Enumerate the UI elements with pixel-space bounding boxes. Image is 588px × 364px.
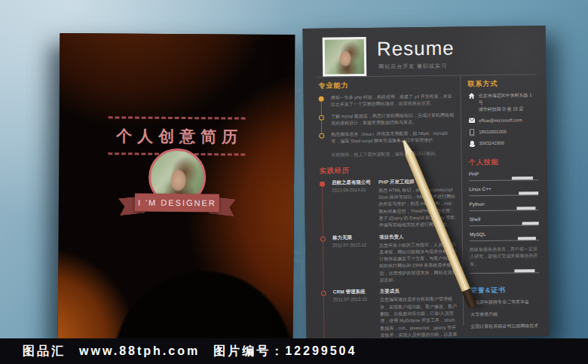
skill-name: MySQL (470, 231, 539, 237)
company-name: 启航之星有限公司 (332, 179, 378, 187)
skill-bar (469, 177, 538, 181)
skill-bar-segment (519, 191, 538, 194)
email-value: office@microsoft.com (479, 117, 522, 124)
skill-name: Shell (470, 216, 539, 222)
contact-address: 北京市海淀区中关村东路 1 号 清华科技园 D 座 15 层 (468, 92, 537, 113)
section-heading-contact: 联系方式 (467, 78, 537, 89)
footer-url[interactable]: www.88tph.com (79, 344, 200, 358)
work-period: 2013.09-2014.01 (332, 188, 378, 193)
company-name: 栋力无限 (332, 234, 379, 241)
footer-bar: 图品汇 www.88tph.com 图片编号： 12299504 (0, 338, 588, 364)
footer-image-id: 12299504 (285, 344, 357, 358)
experience-timeline: 启航之星有限公司 2013.09-2014.01 PHP 开发工程师 熟悉 HT… (320, 178, 459, 347)
home-icon (468, 93, 475, 99)
sidebar-column: 联系方式 北京市海淀区中关村东路 1 号 清华科技园 D 座 15 层 offi… (467, 78, 540, 335)
contact-qq: 3093242906 (468, 139, 537, 147)
experience-entry: 栋力无限 2011.07-2012.12 项目负责人 负责开发小组的工作指导，人… (320, 233, 458, 285)
phone-value: 18010001000 (479, 129, 507, 136)
skill-bar-segment (516, 206, 536, 210)
ability-item: 了解 mysql 数据库，熟悉计算机网络知识，完成计算机网络相关的课程设计，掌握… (319, 112, 456, 127)
skill-name: Linux C++ (469, 185, 538, 191)
honor-item: 大学英语六级 (470, 310, 540, 318)
mail-icon (468, 118, 475, 123)
skill-row: Linux C++ (469, 185, 538, 196)
skill-row: Shell (470, 216, 539, 226)
contact-phone: 18010001000 (468, 128, 537, 136)
contact-email: office@microsoft.com (468, 117, 537, 124)
skills-list: PHP Linux C++ Python Shell MySQL (469, 170, 540, 274)
address-line1: 北京市海淀区中关村东路 1 号 (479, 92, 537, 106)
skill-row: PHP (469, 170, 538, 181)
skill-row: Python (469, 200, 538, 211)
section-heading-ability: 专业能力 (318, 80, 455, 91)
resume-subtitle: 网站后台开发 兼职或实习 (378, 63, 447, 71)
section-heading-experience: 实践经历 (320, 164, 457, 176)
skill-row: MySQL (470, 231, 539, 241)
bullet-dot-icon (320, 181, 325, 186)
skill-name: Python (469, 200, 538, 206)
resume-photo-frame (323, 37, 367, 77)
qq-value: 3093242906 (479, 140, 504, 147)
skill-name: PHP (469, 170, 538, 176)
ability-text: 熟悉脚本语言（linux）环境及常用配置，如 httpd、mysqld 等，编写… (331, 130, 456, 146)
ability-text: 拥有一年多 php 经验，熟练使用，搭建了 y4 开发框架，并且以之开发了一个完… (331, 93, 456, 109)
skill-bar (470, 222, 539, 226)
work-period: 2011.07-2012.12 (333, 297, 380, 302)
skill-bar (469, 192, 538, 196)
resume-portrait-photo (325, 39, 365, 75)
job-description: 熟悉 HTML 标记，div+css+javascript Dom 操作等知识；… (378, 186, 458, 229)
address-line2: 清华科技园 D 座 15 层 (479, 106, 537, 113)
designer-ribbon: I 'M DESIGNER (135, 194, 219, 213)
phone-icon (468, 129, 475, 136)
qq-penguin-icon (468, 140, 475, 147)
bullet-dot-icon (319, 115, 324, 120)
ribbon-label: I 'M DESIGNER (138, 198, 216, 208)
bullet-dot-icon (319, 96, 324, 102)
job-role: 主要成员 (380, 288, 458, 295)
cover-page: 个人创意简历 I 'M DESIGNER (58, 33, 296, 342)
bullet-dot-icon (319, 133, 324, 139)
skill-bar-segment (514, 269, 535, 272)
ability-item: 拥有一年多 php 经验，熟练使用，搭建了 y4 开发框架，并且以之开发了一个完… (319, 93, 456, 109)
skill-bar-note (470, 270, 539, 274)
footer-brand: 图品汇 (23, 344, 66, 359)
ability-note: 在校期间，线上下载快速配置，编写 cnf 等设计规则。 (319, 150, 456, 158)
bullet-dot-icon (320, 236, 326, 241)
company-name: CRM 管理系统 (333, 289, 380, 296)
skill-bar-segment (518, 237, 536, 240)
honor-item: 全国计算机等级证书三级网络技术 (470, 323, 540, 330)
footer-image-id-label: 图片编号： (213, 344, 285, 359)
work-period: 2011.07-2012.12 (332, 242, 379, 247)
bullet-dot-icon (321, 291, 326, 296)
section-heading-honors: 荣誉&证书 (470, 285, 540, 295)
skill-bar-segment (512, 176, 533, 179)
skill-bar (469, 207, 538, 211)
ability-timeline: 拥有一年多 php 经验，熟练使用，搭建了 y4 开发框架，并且以之开发了一个完… (319, 93, 457, 146)
skill-bar (470, 237, 539, 241)
ability-item: 熟悉脚本语言（linux）环境及常用配置，如 httpd、mysqld 等，编写… (319, 130, 456, 146)
skill-bar-segment (522, 222, 539, 225)
resume-title: Resume (377, 37, 455, 61)
skills-note: 熟练掌握各类语言，其中有一定深入研究，能独立完成常规项目的开发。 (470, 246, 539, 268)
ability-text: 了解 mysql 数据库，熟悉计算机网络知识，完成计算机网络相关的课程设计，掌握… (331, 112, 456, 127)
honor-item: 连续两年获得专业二等奖学金 (470, 298, 540, 306)
section-heading-skills: 个人技能 (469, 157, 538, 167)
stage: 图品汇 图品汇 图品汇 个人创意简历 I 'M DESIGNER Resume … (0, 0, 588, 364)
